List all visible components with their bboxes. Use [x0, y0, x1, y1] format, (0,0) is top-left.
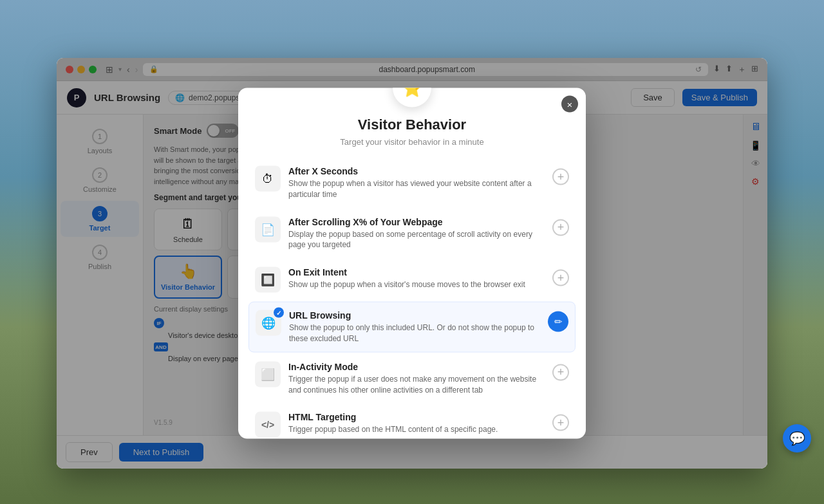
modal-title: Visitor Behavior	[256, 117, 568, 133]
add-in-activity-mode-button[interactable]: +	[552, 364, 569, 380]
in-activity-mode-title: In-Activity Mode	[288, 361, 545, 371]
after-scrolling-title: After Scrolling X% of Your Webpage	[288, 216, 545, 227]
url-browsing-check: ✓	[274, 308, 284, 318]
visitor-behavior-modal: ⭐ × Visitor Behavior Target your visitor…	[238, 88, 586, 439]
in-activity-mode-icon: ⬜	[255, 361, 281, 387]
in-activity-mode-desc: Trigger the popup if a user does not mak…	[288, 373, 545, 395]
edit-url-browsing-button[interactable]: ✏	[548, 312, 568, 332]
after-scrolling-icon: 📄	[255, 216, 281, 242]
modal-body: ⏱ After X Seconds Show the popup when a …	[238, 156, 586, 439]
add-html-targeting-button[interactable]: +	[552, 415, 569, 431]
url-browsing-title: URL Browsing	[289, 310, 540, 321]
after-x-seconds-title: After X Seconds	[288, 166, 545, 176]
on-exit-intent-desc: Show up the popup when a visitor's mouse…	[288, 279, 545, 290]
behavior-in-activity-mode[interactable]: ⬜ In-Activity Mode Trigger the popup if …	[248, 353, 576, 403]
add-after-x-seconds-button[interactable]: +	[552, 169, 569, 185]
behavior-url-browsing[interactable]: 🌐 ✓ URL Browsing Show the popup to only …	[248, 302, 576, 353]
html-targeting-title: HTML Targeting	[288, 412, 545, 422]
url-browsing-desc: Show the popup to only this included URL…	[289, 322, 540, 344]
add-on-exit-intent-button[interactable]: +	[552, 270, 569, 286]
html-targeting-icon: </>	[255, 412, 281, 438]
behavior-on-exit-intent[interactable]: 🔲 On Exit Intent Show up the popup when …	[248, 259, 576, 301]
after-x-seconds-icon: ⏱	[255, 166, 281, 192]
add-after-scrolling-button[interactable]: +	[552, 219, 569, 236]
html-targeting-desc: Trigger popup based on the HTML content …	[288, 424, 545, 435]
behavior-after-scrolling[interactable]: 📄 After Scrolling X% of Your Webpage Dis…	[248, 209, 576, 258]
behavior-after-x-seconds[interactable]: ⏱ After X Seconds Show the popup when a …	[248, 158, 576, 208]
on-exit-intent-title: On Exit Intent	[288, 267, 545, 277]
after-scrolling-desc: Display the popup based on some percenta…	[288, 229, 545, 250]
chat-bubble[interactable]: 💬	[783, 424, 811, 453]
modal-close-button[interactable]: ×	[561, 96, 578, 113]
modal-subtitle: Target your visitor behavior in a minute	[256, 137, 568, 147]
behavior-html-targeting[interactable]: </> HTML Targeting Trigger popup based o…	[248, 404, 576, 439]
after-x-seconds-desc: Show the popup when a visitor has viewed…	[288, 178, 545, 200]
on-exit-intent-icon: 🔲	[255, 267, 281, 293]
